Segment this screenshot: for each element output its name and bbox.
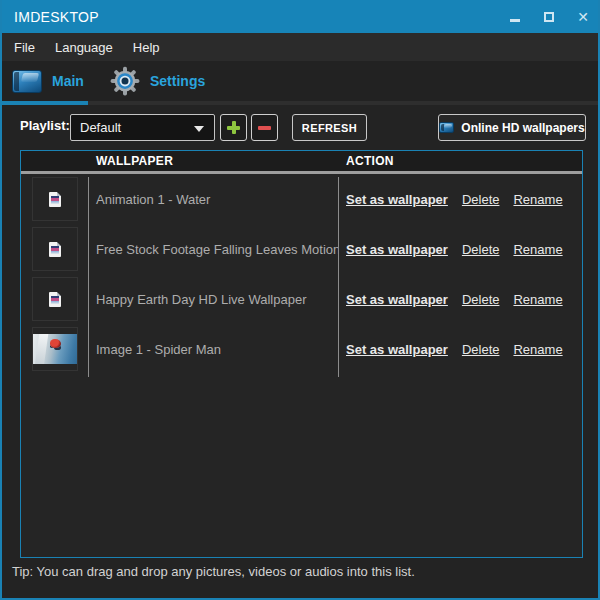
table-row[interactable]: Free Stock Footage Falling Leaves Motion… xyxy=(21,224,582,274)
wallpaper-actions-cell: Set as wallpaper Delete Rename xyxy=(338,174,582,224)
window-controls: ✕ xyxy=(498,0,600,33)
wallpaper-name-cell: Image 1 - Spider Man xyxy=(88,324,338,374)
rename-link[interactable]: Rename xyxy=(513,242,562,257)
online-hd-wallpapers-button[interactable]: Online HD wallpapers xyxy=(438,114,586,141)
minus-icon xyxy=(258,126,271,130)
wallpaper-name-cell: Animation 1 - Water xyxy=(88,174,338,224)
playlist-dropdown[interactable]: Default xyxy=(70,114,215,141)
plus-icon xyxy=(227,121,240,134)
wallpaper-name-cell: Free Stock Footage Falling Leaves Motion… xyxy=(88,224,338,274)
refresh-button-label: REFRESH xyxy=(302,122,357,134)
minimize-icon xyxy=(510,19,520,22)
table-row[interactable]: Animation 1 - Water Set as wallpaper Del… xyxy=(21,174,582,224)
thumbnail-frame xyxy=(32,227,78,271)
set-as-wallpaper-link[interactable]: Set as wallpaper xyxy=(346,192,448,207)
wallpaper-thumbnail-cell xyxy=(21,224,88,274)
close-button[interactable]: ✕ xyxy=(566,0,600,33)
wallpaper-name: Happy Earth Day HD Live Wallpaper xyxy=(96,292,307,307)
table-row[interactable]: Happy Earth Day HD Live Wallpaper Set as… xyxy=(21,274,582,324)
set-as-wallpaper-link[interactable]: Set as wallpaper xyxy=(346,342,448,357)
wallpaper-thumbnail xyxy=(49,192,61,207)
header-wallpaper-column: WALLPAPER xyxy=(88,151,338,171)
online-button-label: Online HD wallpapers xyxy=(461,121,584,135)
chevron-down-icon xyxy=(194,126,204,132)
table-body: Animation 1 - Water Set as wallpaper Del… xyxy=(21,174,582,374)
tab-bar: Main Settings xyxy=(2,61,598,105)
maximize-icon xyxy=(544,12,554,22)
wallpaper-thumbnail xyxy=(49,242,61,257)
maximize-button[interactable] xyxy=(532,0,566,33)
wallpaper-name: Image 1 - Spider Man xyxy=(96,342,221,357)
wallpaper-thumbnail xyxy=(49,292,61,307)
table-row[interactable]: Image 1 - Spider Man Set as wallpaper De… xyxy=(21,324,582,374)
refresh-button[interactable]: REFRESH xyxy=(292,114,367,141)
wallpaper-thumbnail-cell xyxy=(21,324,88,374)
wallpaper-thumbnail-cell xyxy=(21,274,88,324)
close-icon: ✕ xyxy=(577,10,589,24)
menu-help[interactable]: Help xyxy=(123,33,170,61)
playlist-selected-value: Default xyxy=(71,120,121,135)
column-divider xyxy=(88,177,89,377)
rename-link[interactable]: Rename xyxy=(513,192,562,207)
thumbnail-frame xyxy=(32,277,78,321)
app-window: IMDESKTOP ✕ File Language Help Main xyxy=(0,0,600,600)
wallpaper-name-cell: Happy Earth Day HD Live Wallpaper xyxy=(88,274,338,324)
set-as-wallpaper-link[interactable]: Set as wallpaper xyxy=(346,242,448,257)
tab-settings-label: Settings xyxy=(150,73,205,89)
remove-playlist-button[interactable] xyxy=(251,114,278,141)
wallpaper-actions-cell: Set as wallpaper Delete Rename xyxy=(338,274,582,324)
title-bar: IMDESKTOP ✕ xyxy=(0,0,600,33)
wallpaper-name: Free Stock Footage Falling Leaves Motion… xyxy=(96,242,338,257)
delete-link[interactable]: Delete xyxy=(462,342,500,357)
tip-text: Tip: You can drag and drop any pictures,… xyxy=(12,564,415,579)
wallpaper-table: WALLPAPER ACTION Animation 1 - Water Set… xyxy=(20,150,583,558)
column-divider xyxy=(338,177,339,377)
monitor-icon xyxy=(439,122,454,133)
tab-main-label: Main xyxy=(52,73,84,89)
table-header: WALLPAPER ACTION xyxy=(21,151,582,174)
gear-icon xyxy=(110,66,140,96)
delete-link[interactable]: Delete xyxy=(462,292,500,307)
add-playlist-button[interactable] xyxy=(220,114,247,141)
playlist-label: Playlist: xyxy=(20,118,70,133)
header-thumbnail-column xyxy=(21,151,88,171)
thumbnail-frame xyxy=(32,327,78,371)
rename-link[interactable]: Rename xyxy=(513,342,562,357)
delete-link[interactable]: Delete xyxy=(462,192,500,207)
rename-link[interactable]: Rename xyxy=(513,292,562,307)
delete-link[interactable]: Delete xyxy=(462,242,500,257)
wallpaper-actions-cell: Set as wallpaper Delete Rename xyxy=(338,324,582,374)
header-action-column: ACTION xyxy=(338,151,582,171)
menu-file[interactable]: File xyxy=(4,33,45,61)
thumbnail-frame xyxy=(32,177,78,221)
wallpaper-thumbnail-cell xyxy=(21,174,88,224)
monitor-icon xyxy=(12,70,42,93)
tab-settings[interactable]: Settings xyxy=(110,61,205,101)
wallpaper-thumbnail xyxy=(33,334,77,364)
set-as-wallpaper-link[interactable]: Set as wallpaper xyxy=(346,292,448,307)
wallpaper-actions-cell: Set as wallpaper Delete Rename xyxy=(338,224,582,274)
wallpaper-name: Animation 1 - Water xyxy=(96,192,210,207)
tab-main[interactable]: Main xyxy=(12,61,84,101)
menu-bar: File Language Help xyxy=(2,33,598,61)
menu-language[interactable]: Language xyxy=(45,33,123,61)
window-title: IMDESKTOP xyxy=(0,9,99,25)
minimize-button[interactable] xyxy=(498,0,532,33)
toolbar: Playlist: Default REFRESH Online HD wall… xyxy=(2,105,598,150)
